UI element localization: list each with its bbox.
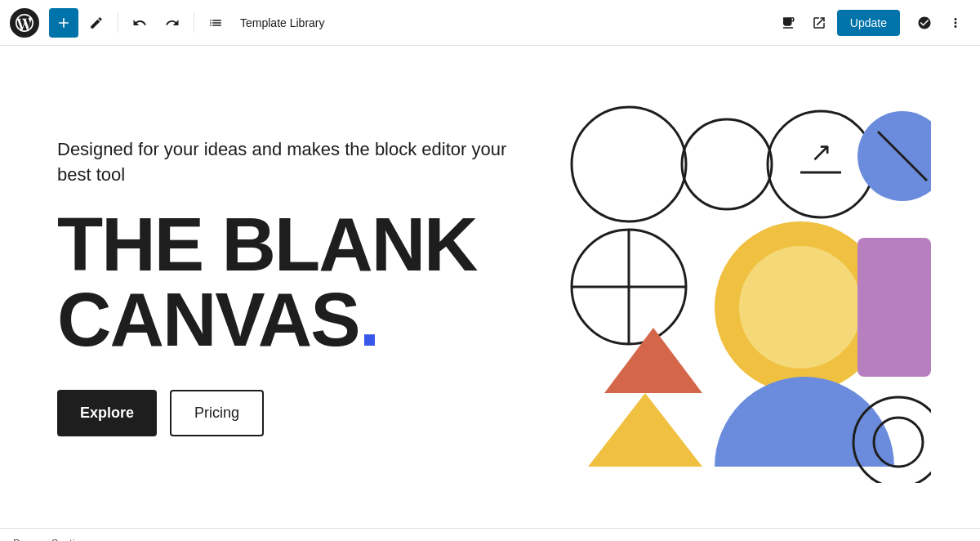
tools-button[interactable]: [82, 8, 111, 38]
title-line1: THE BLANK: [57, 203, 477, 286]
title-line2: CANVAS: [57, 278, 359, 361]
hero-title: THE BLANK CANVAS.: [57, 207, 539, 357]
title-period: .: [359, 278, 379, 361]
list-view-button[interactable]: [201, 8, 230, 38]
pricing-button[interactable]: Pricing: [170, 390, 264, 436]
svg-text:↗: ↗: [810, 137, 832, 167]
breadcrumb-separator: ›: [42, 537, 46, 541]
more-options-button[interactable]: [941, 8, 970, 38]
svg-point-1: [682, 119, 772, 209]
main-canvas: Designed for your ideas and makes the bl…: [0, 46, 980, 528]
svg-marker-16: [588, 393, 702, 467]
add-block-button[interactable]: [49, 8, 78, 38]
svg-point-13: [739, 246, 862, 369]
bottom-bar: Page › Section: [0, 528, 980, 541]
breadcrumb-section[interactable]: Section: [51, 537, 87, 541]
update-button[interactable]: Update: [837, 10, 900, 36]
divider-2: [194, 13, 194, 33]
page-title: Template Library: [240, 16, 325, 29]
undo-button[interactable]: [125, 8, 154, 38]
settings-button[interactable]: [910, 8, 939, 38]
toolbar-right-icons: [773, 8, 834, 38]
external-link-button[interactable]: [804, 8, 834, 38]
toolbar-right-icons-2: [910, 8, 970, 38]
breadcrumb-page[interactable]: Page: [13, 537, 38, 541]
cta-buttons: Explore Pricing: [57, 390, 539, 436]
hero-left: Designed for your ideas and makes the bl…: [57, 137, 539, 437]
svg-point-0: [572, 107, 686, 221]
svg-marker-15: [604, 328, 702, 393]
toolbar: Template Library Update: [0, 0, 980, 46]
explore-button[interactable]: Explore: [57, 390, 157, 436]
divider-1: [118, 13, 118, 33]
preview-button[interactable]: [773, 8, 803, 38]
wordpress-logo[interactable]: [10, 8, 39, 38]
svg-rect-14: [858, 238, 931, 377]
hero-illustration: ↗: [539, 91, 931, 483]
redo-button[interactable]: [158, 8, 187, 38]
hero-subtitle: Designed for your ideas and makes the bl…: [57, 137, 539, 188]
